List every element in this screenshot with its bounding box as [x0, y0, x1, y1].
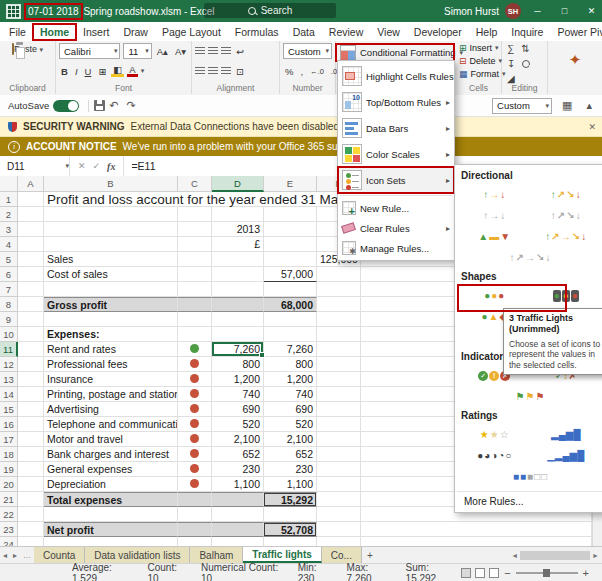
tab-formulas[interactable]: Formulas — [228, 24, 286, 40]
cell-D15[interactable]: 690 — [212, 402, 264, 417]
zoom-slider-thumb[interactable] — [543, 569, 550, 577]
paste-button[interactable]: Paste ▾ — [11, 44, 45, 54]
align-right-icon[interactable] — [221, 67, 231, 75]
cell-C11[interactable] — [178, 342, 212, 357]
save-icon[interactable] — [94, 100, 105, 111]
italic-button[interactable]: I — [73, 66, 80, 77]
grid-icon[interactable]: ▦ — [562, 99, 572, 112]
cell-F12[interactable] — [317, 357, 361, 372]
cell-F13[interactable] — [317, 372, 361, 387]
tab-home[interactable]: Home — [33, 24, 76, 40]
cell-B22[interactable] — [44, 507, 178, 522]
cell-C16[interactable] — [178, 417, 212, 432]
number-format-select[interactable]: Custom▾ — [283, 43, 332, 59]
cell-B18[interactable]: Bank charges and interest — [44, 447, 178, 462]
cell-D12[interactable]: 800 — [212, 357, 264, 372]
row-header-13[interactable]: 13 — [0, 372, 18, 387]
cell-F24[interactable] — [317, 537, 361, 546]
font-size-select[interactable]: 11▾ — [123, 43, 151, 59]
cell-D19[interactable]: 230 — [212, 462, 264, 477]
iconset-4-arrows-colored[interactable]: ↑↗↘↓ — [532, 185, 601, 204]
iconset-4-ratings[interactable]: ▂▄▆█ — [532, 425, 601, 444]
cell-F7[interactable] — [317, 282, 361, 297]
cell-C15[interactable] — [178, 402, 212, 417]
cell-F15[interactable] — [317, 402, 361, 417]
cell-E24[interactable] — [264, 537, 317, 546]
tab-inquire[interactable]: Inquire — [504, 24, 550, 40]
cell-F9[interactable] — [317, 312, 361, 327]
cell-D22[interactable] — [212, 507, 264, 522]
iconset-3-flags[interactable]: ⚑⚑⚑ — [460, 387, 600, 406]
cell-A19[interactable] — [18, 462, 44, 477]
cell-E6[interactable]: 57,000 — [264, 267, 317, 282]
conditional-formatting-button[interactable]: Conditional Formatting ▾ — [336, 44, 454, 61]
cell-A18[interactable] — [18, 447, 44, 462]
iconset-5-boxes[interactable]: ■■■□□ — [460, 467, 600, 486]
cell-E18[interactable]: 652 — [264, 447, 317, 462]
row-header-8[interactable]: 8 — [0, 297, 18, 312]
increase-decimal-icon[interactable]: ←.0 — [308, 67, 326, 76]
cell-C17[interactable] — [178, 432, 212, 447]
tab-help[interactable]: Help — [469, 24, 505, 40]
cell-C8[interactable] — [178, 297, 212, 312]
cell-C5[interactable] — [178, 252, 212, 267]
scroll-left-icon[interactable]: ◄ — [511, 552, 518, 559]
grow-font-icon[interactable]: A▴ — [155, 46, 170, 57]
cf-menu-item-icon-sets[interactable]: Icon Sets▸ — [338, 167, 454, 193]
cell-F18[interactable] — [317, 447, 361, 462]
tab-file[interactable]: File — [2, 24, 33, 40]
chevron-down-icon[interactable]: ▾ — [141, 67, 145, 75]
align-left-icon[interactable] — [195, 67, 205, 75]
fill-down-icon[interactable]: ↧ — [507, 58, 515, 69]
cell-G23[interactable] — [361, 522, 592, 537]
row-header-7[interactable]: 7 — [0, 282, 18, 297]
cf-menu-item-data-bars[interactable]: Data Bars▸ — [338, 115, 454, 141]
cell-B20[interactable]: Depreciation — [44, 477, 178, 492]
cell-F23[interactable] — [317, 522, 361, 537]
align-center-icon[interactable] — [208, 67, 218, 75]
cell-E13[interactable]: 1,200 — [264, 372, 317, 387]
cell-E11[interactable]: 7,260 — [264, 342, 317, 357]
cell-B5[interactable]: Sales — [44, 252, 178, 267]
cell-C9[interactable] — [178, 312, 212, 327]
column-header-a[interactable]: A — [18, 176, 44, 192]
cell-F10[interactable] — [317, 327, 361, 342]
cell-D24[interactable] — [212, 537, 264, 546]
row-header-21[interactable]: 21 — [0, 492, 18, 507]
tab-data[interactable]: Data — [286, 24, 322, 40]
cell-E2[interactable] — [264, 207, 317, 222]
cell-D10[interactable] — [212, 327, 264, 342]
cell-C18[interactable] — [178, 447, 212, 462]
cell-B12[interactable]: Professional fees — [44, 357, 178, 372]
cell-D13[interactable]: 1,200 — [212, 372, 264, 387]
redo-icon[interactable]: ↷ — [126, 99, 135, 112]
maximize-button[interactable]: □ — [554, 0, 575, 22]
cell-A9[interactable] — [18, 312, 44, 327]
cell-D17[interactable]: 2,100 — [212, 432, 264, 447]
status-max[interactable]: Max: 7,260 — [347, 562, 392, 581]
cell-A20[interactable] — [18, 477, 44, 492]
cf-menu-item-manage-rules[interactable]: Manage Rules... — [338, 238, 454, 258]
tab-developer[interactable]: Developer — [407, 24, 469, 40]
cell-A22[interactable] — [18, 507, 44, 522]
bold-button[interactable]: B — [59, 66, 70, 77]
cell-D23[interactable] — [212, 522, 264, 537]
tab-insert[interactable]: Insert — [76, 24, 116, 40]
close-icon[interactable]: ✕ — [588, 122, 596, 132]
cell-C23[interactable] — [178, 522, 212, 537]
cell-E14[interactable]: 740 — [264, 387, 317, 402]
cell-E21[interactable]: 15,292 — [264, 492, 317, 507]
more-rules-item[interactable]: More Rules... — [457, 491, 602, 508]
cell-D18[interactable]: 652 — [212, 447, 264, 462]
cell-C2[interactable] — [178, 207, 212, 222]
avatar[interactable]: SH — [505, 3, 521, 19]
cell-E15[interactable]: 690 — [264, 402, 317, 417]
enter-icon[interactable]: ✓ — [93, 161, 101, 171]
cf-menu-item-highlight-cells-rules[interactable]: Highlight Cells Rules▸ — [338, 63, 454, 89]
wrap-text-icon[interactable]: ↩ — [234, 46, 246, 57]
collapse-ribbon-icon[interactable]: ▴ — [586, 99, 592, 112]
cell-B1[interactable]: Profit and loss account for the year end… — [44, 192, 317, 207]
zoom-slider[interactable] — [516, 572, 578, 574]
tab-page-layout[interactable]: Page Layout — [155, 24, 228, 40]
cell-B13[interactable]: Insurance — [44, 372, 178, 387]
